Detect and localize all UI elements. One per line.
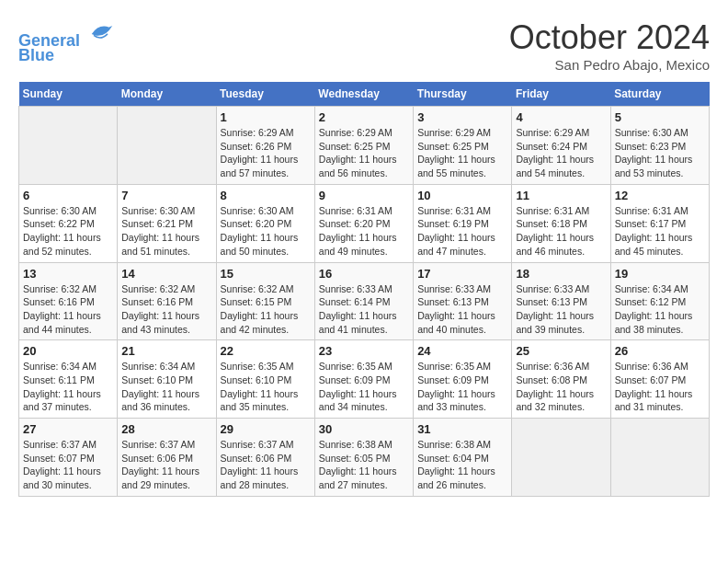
day-info: Sunrise: 6:36 AM Sunset: 6:08 PM Dayligh… bbox=[516, 360, 606, 414]
day-info: Sunrise: 6:30 AM Sunset: 6:20 PM Dayligh… bbox=[221, 204, 311, 259]
calendar-cell: 1 Sunrise: 6:29 AM Sunset: 6:26 PM Dayli… bbox=[216, 107, 314, 185]
calendar-cell: 16 Sunrise: 6:33 AM Sunset: 6:14 PM Dayl… bbox=[314, 262, 413, 340]
day-number: 26 bbox=[615, 344, 705, 358]
calendar-cell: 14 Sunrise: 6:32 AM Sunset: 6:16 PM Dayl… bbox=[118, 262, 216, 340]
calendar-cell: 22 Sunrise: 6:35 AM Sunset: 6:10 PM Dayl… bbox=[216, 340, 314, 419]
calendar-cell: 20 Sunrise: 6:34 AM Sunset: 6:11 PM Dayl… bbox=[19, 340, 118, 419]
day-info: Sunrise: 6:29 AM Sunset: 6:24 PM Dayligh… bbox=[516, 126, 606, 180]
weekday-header-cell: Sunday bbox=[19, 82, 118, 107]
day-info: Sunrise: 6:31 AM Sunset: 6:19 PM Dayligh… bbox=[417, 204, 507, 259]
day-info: Sunrise: 6:34 AM Sunset: 6:11 PM Dayligh… bbox=[23, 360, 113, 414]
calendar-cell bbox=[118, 107, 216, 185]
day-number: 15 bbox=[221, 267, 311, 281]
day-info: Sunrise: 6:30 AM Sunset: 6:22 PM Dayligh… bbox=[23, 204, 113, 259]
calendar-cell: 8 Sunrise: 6:30 AM Sunset: 6:20 PM Dayli… bbox=[216, 184, 314, 262]
day-info: Sunrise: 6:29 AM Sunset: 6:26 PM Dayligh… bbox=[221, 126, 311, 180]
day-number: 19 bbox=[615, 267, 705, 281]
day-number: 28 bbox=[121, 422, 211, 436]
calendar-cell bbox=[512, 419, 610, 497]
calendar-body: 1 Sunrise: 6:29 AM Sunset: 6:26 PM Dayli… bbox=[19, 107, 710, 497]
calendar-week-row: 6 Sunrise: 6:30 AM Sunset: 6:22 PM Dayli… bbox=[19, 184, 710, 262]
day-number: 17 bbox=[417, 267, 507, 281]
weekday-header-cell: Wednesday bbox=[314, 82, 413, 107]
day-number: 23 bbox=[319, 344, 409, 358]
calendar-cell: 15 Sunrise: 6:32 AM Sunset: 6:15 PM Dayl… bbox=[216, 262, 314, 340]
day-info: Sunrise: 6:32 AM Sunset: 6:16 PM Dayligh… bbox=[121, 282, 211, 337]
logo: General Blue bbox=[18, 18, 116, 65]
day-number: 31 bbox=[417, 422, 507, 436]
calendar-cell: 26 Sunrise: 6:36 AM Sunset: 6:07 PM Dayl… bbox=[610, 340, 709, 419]
calendar-cell: 30 Sunrise: 6:38 AM Sunset: 6:05 PM Dayl… bbox=[314, 419, 413, 497]
weekday-header-cell: Friday bbox=[512, 82, 610, 107]
day-number: 8 bbox=[221, 189, 311, 202]
calendar-cell: 28 Sunrise: 6:37 AM Sunset: 6:06 PM Dayl… bbox=[118, 419, 216, 497]
day-number: 29 bbox=[221, 422, 311, 436]
day-number: 21 bbox=[121, 344, 211, 358]
day-info: Sunrise: 6:38 AM Sunset: 6:04 PM Dayligh… bbox=[417, 438, 507, 492]
day-number: 4 bbox=[516, 110, 606, 124]
day-info: Sunrise: 6:37 AM Sunset: 6:06 PM Dayligh… bbox=[221, 438, 311, 492]
day-number: 7 bbox=[121, 189, 211, 202]
calendar-cell: 12 Sunrise: 6:31 AM Sunset: 6:17 PM Dayl… bbox=[610, 184, 709, 262]
calendar-cell: 5 Sunrise: 6:30 AM Sunset: 6:23 PM Dayli… bbox=[610, 107, 709, 185]
day-number: 18 bbox=[516, 267, 606, 281]
calendar-cell bbox=[610, 419, 709, 497]
day-number: 3 bbox=[417, 110, 507, 124]
day-info: Sunrise: 6:32 AM Sunset: 6:16 PM Dayligh… bbox=[23, 282, 113, 337]
calendar-cell: 24 Sunrise: 6:35 AM Sunset: 6:09 PM Dayl… bbox=[414, 340, 512, 419]
calendar-cell: 3 Sunrise: 6:29 AM Sunset: 6:25 PM Dayli… bbox=[414, 107, 512, 185]
day-info: Sunrise: 6:35 AM Sunset: 6:10 PM Dayligh… bbox=[221, 360, 311, 414]
calendar-cell: 23 Sunrise: 6:35 AM Sunset: 6:09 PM Dayl… bbox=[314, 340, 413, 419]
calendar-cell: 27 Sunrise: 6:37 AM Sunset: 6:07 PM Dayl… bbox=[19, 419, 118, 497]
day-info: Sunrise: 6:34 AM Sunset: 6:12 PM Dayligh… bbox=[615, 282, 705, 337]
day-info: Sunrise: 6:29 AM Sunset: 6:25 PM Dayligh… bbox=[417, 126, 507, 180]
day-info: Sunrise: 6:37 AM Sunset: 6:06 PM Dayligh… bbox=[121, 438, 211, 492]
day-number: 1 bbox=[221, 110, 311, 124]
calendar-cell: 25 Sunrise: 6:36 AM Sunset: 6:08 PM Dayl… bbox=[512, 340, 610, 419]
day-number: 13 bbox=[23, 267, 113, 281]
day-info: Sunrise: 6:35 AM Sunset: 6:09 PM Dayligh… bbox=[417, 360, 507, 414]
day-number: 27 bbox=[23, 422, 113, 436]
weekday-header-row: SundayMondayTuesdayWednesdayThursdayFrid… bbox=[19, 82, 710, 107]
location: San Pedro Abajo, Mexico bbox=[509, 57, 710, 73]
day-info: Sunrise: 6:32 AM Sunset: 6:15 PM Dayligh… bbox=[221, 282, 311, 337]
calendar-cell: 13 Sunrise: 6:32 AM Sunset: 6:16 PM Dayl… bbox=[19, 262, 118, 340]
calendar-cell: 10 Sunrise: 6:31 AM Sunset: 6:19 PM Dayl… bbox=[414, 184, 512, 262]
calendar-week-row: 20 Sunrise: 6:34 AM Sunset: 6:11 PM Dayl… bbox=[19, 340, 710, 419]
day-number: 12 bbox=[615, 189, 705, 202]
day-number: 22 bbox=[221, 344, 311, 358]
calendar-cell: 6 Sunrise: 6:30 AM Sunset: 6:22 PM Dayli… bbox=[19, 184, 118, 262]
day-info: Sunrise: 6:33 AM Sunset: 6:14 PM Dayligh… bbox=[319, 282, 409, 337]
calendar-table: SundayMondayTuesdayWednesdayThursdayFrid… bbox=[18, 82, 710, 497]
day-info: Sunrise: 6:37 AM Sunset: 6:07 PM Dayligh… bbox=[23, 438, 113, 492]
day-info: Sunrise: 6:35 AM Sunset: 6:09 PM Dayligh… bbox=[319, 360, 409, 414]
calendar-cell: 18 Sunrise: 6:33 AM Sunset: 6:13 PM Dayl… bbox=[512, 262, 610, 340]
calendar-cell: 17 Sunrise: 6:33 AM Sunset: 6:13 PM Dayl… bbox=[414, 262, 512, 340]
day-info: Sunrise: 6:31 AM Sunset: 6:20 PM Dayligh… bbox=[319, 204, 409, 259]
day-number: 2 bbox=[319, 110, 409, 124]
calendar-week-row: 1 Sunrise: 6:29 AM Sunset: 6:26 PM Dayli… bbox=[19, 107, 710, 185]
day-number: 6 bbox=[23, 189, 113, 202]
day-number: 25 bbox=[516, 344, 606, 358]
day-info: Sunrise: 6:38 AM Sunset: 6:05 PM Dayligh… bbox=[319, 438, 409, 492]
calendar-cell: 11 Sunrise: 6:31 AM Sunset: 6:18 PM Dayl… bbox=[512, 184, 610, 262]
day-number: 10 bbox=[417, 189, 507, 202]
month-title: October 2024 bbox=[509, 18, 710, 57]
day-info: Sunrise: 6:34 AM Sunset: 6:10 PM Dayligh… bbox=[121, 360, 211, 414]
day-info: Sunrise: 6:36 AM Sunset: 6:07 PM Dayligh… bbox=[615, 360, 705, 414]
day-number: 30 bbox=[319, 422, 409, 436]
weekday-header-cell: Tuesday bbox=[216, 82, 314, 107]
day-info: Sunrise: 6:29 AM Sunset: 6:25 PM Dayligh… bbox=[319, 126, 409, 180]
weekday-header-cell: Monday bbox=[118, 82, 216, 107]
day-number: 16 bbox=[319, 267, 409, 281]
day-info: Sunrise: 6:33 AM Sunset: 6:13 PM Dayligh… bbox=[516, 282, 606, 337]
header: General Blue October 2024 San Pedro Abaj… bbox=[18, 18, 710, 73]
calendar-cell: 7 Sunrise: 6:30 AM Sunset: 6:21 PM Dayli… bbox=[118, 184, 216, 262]
weekday-header-cell: Thursday bbox=[414, 82, 512, 107]
day-info: Sunrise: 6:30 AM Sunset: 6:21 PM Dayligh… bbox=[121, 204, 211, 259]
calendar-cell: 29 Sunrise: 6:37 AM Sunset: 6:06 PM Dayl… bbox=[216, 419, 314, 497]
day-info: Sunrise: 6:31 AM Sunset: 6:17 PM Dayligh… bbox=[615, 204, 705, 259]
day-number: 5 bbox=[615, 110, 705, 124]
day-info: Sunrise: 6:33 AM Sunset: 6:13 PM Dayligh… bbox=[417, 282, 507, 337]
day-number: 14 bbox=[121, 267, 211, 281]
